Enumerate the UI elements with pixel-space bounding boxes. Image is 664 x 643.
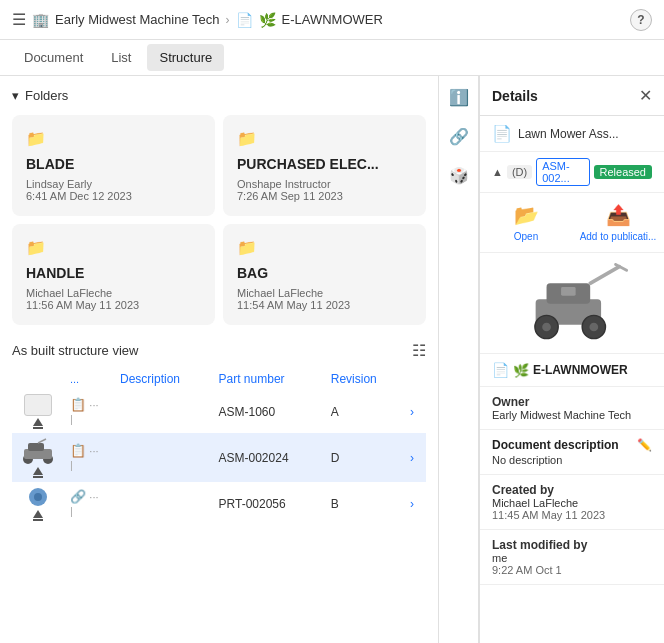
lawnmower-thumbnail	[18, 437, 58, 465]
main-content: ▾ Folders 📁 BLADE Lindsay Early 6:41 AM …	[0, 76, 664, 643]
details-title: Details	[492, 88, 538, 104]
created-date: 11:45 AM May 11 2023	[492, 509, 652, 521]
info-icon[interactable]: ℹ️	[449, 88, 469, 107]
part-thumbnail	[23, 486, 53, 508]
structure-row-0[interactable]: 📋 ··· | ASM-1060 A ›	[12, 390, 426, 433]
structure-list-icon[interactable]: ☷	[412, 341, 426, 360]
badge-d: (D)	[507, 165, 532, 179]
folder-name-handle: HANDLE	[26, 265, 201, 281]
modified-date: 9:22 AM Oct 1	[492, 564, 652, 576]
folders-chevron[interactable]: ▾	[12, 88, 19, 103]
row2-thumb	[12, 482, 64, 525]
structure-header: As built structure view ☷	[12, 341, 426, 360]
details-thumbnail	[480, 253, 664, 354]
structure-table-header-row: ... Description Part number Revision	[12, 368, 426, 390]
details-doc-title: Lawn Mower Ass...	[518, 127, 652, 141]
row0-thumb	[12, 390, 64, 433]
svg-rect-3	[28, 443, 44, 451]
folder-date-bag: 11:54 AM May 11 2023	[237, 299, 412, 311]
folder-card-handle[interactable]: 📁 HANDLE Michael LaFleche 11:56 AM May 1…	[12, 224, 215, 325]
folders-label: Folders	[25, 88, 68, 103]
open-action[interactable]: 📂 Open	[480, 193, 572, 252]
modified-label: Last modified by	[492, 538, 652, 552]
leaf-icon: 🌿	[259, 12, 276, 28]
details-panel: Details ✕ 📄 Lawn Mower Ass... ▲ (D) ASM-…	[479, 76, 664, 643]
row0-description	[114, 390, 213, 433]
row0-part-number: ASM-1060	[213, 390, 325, 433]
svg-point-12	[589, 323, 598, 332]
folder-date-handle: 11:56 AM May 11 2023	[26, 299, 201, 311]
add-to-publication-action[interactable]: 📤 Add to publicati...	[572, 193, 664, 252]
folder-name-bag: BAG	[237, 265, 412, 281]
row1-thumb	[12, 433, 64, 482]
badge-asm: ASM-002...	[536, 158, 589, 186]
tab-structure[interactable]: Structure	[147, 44, 224, 71]
col-header-icons: ...	[64, 368, 114, 390]
row0-revision: A	[325, 390, 404, 433]
folder-name-purchased-elec: PURCHASED ELEC...	[237, 156, 412, 172]
col-header-partnumber: Part number	[213, 368, 325, 390]
doc-icon: 📄	[236, 12, 253, 28]
row1-revision: D	[325, 433, 404, 482]
details-modified-section: Last modified by me 9:22 AM Oct 1	[480, 530, 664, 585]
lawnmower-image	[512, 263, 632, 343]
badge-type: ▲	[492, 166, 503, 178]
desc-section-title: Document description ✏️	[492, 438, 652, 452]
tri-icon-row0	[33, 418, 43, 429]
details-created-section: Created by Michael LaFleche 11:45 AM May…	[480, 475, 664, 530]
details-desc-section: Document description ✏️ No description	[480, 430, 664, 475]
created-label: Created by	[492, 483, 652, 497]
created-name: Michael LaFleche	[492, 497, 652, 509]
item-leaf-icon: 🌿	[513, 363, 529, 378]
folder-date-blade: 6:41 AM Dec 12 2023	[26, 190, 201, 202]
row2-part-number: PRT-002056	[213, 482, 325, 525]
row0-icons: 📋 ··· |	[64, 390, 114, 433]
owner-value: Early Midwest Machine Tech	[492, 409, 652, 421]
svg-rect-15	[561, 287, 576, 296]
open-icon: 📂	[514, 203, 539, 227]
close-button[interactable]: ✕	[639, 86, 652, 105]
col-header-thumb	[12, 368, 64, 390]
doc-name[interactable]: E-LAWNMOWER	[282, 12, 383, 27]
row0-chevron[interactable]: ›	[404, 390, 426, 433]
breadcrumb-sep-1: ›	[226, 13, 230, 27]
folder-card-blade[interactable]: 📁 BLADE Lindsay Early 6:41 AM Dec 12 202…	[12, 115, 215, 216]
modified-name: me	[492, 552, 652, 564]
sidebar-icons: ℹ️ 🔗 🎲	[439, 76, 479, 643]
row1-icons: 📋 ··· |	[64, 433, 114, 482]
structure-row-2[interactable]: 🔗 ··· | PRT-002056 B ›	[12, 482, 426, 525]
folder-icon-purchased-elec: 📁	[237, 129, 412, 148]
row2-chevron[interactable]: ›	[404, 482, 426, 525]
structure-table: ... Description Part number Revision	[12, 368, 426, 525]
owner-label: Owner	[492, 395, 652, 409]
help-button[interactable]: ?	[630, 9, 652, 31]
structure-row-1[interactable]: 📋 ··· | ASM-002024 D ›	[12, 433, 426, 482]
folder-card-purchased-elec[interactable]: 📁 PURCHASED ELEC... Onshape Instructor 7…	[223, 115, 426, 216]
tab-document[interactable]: Document	[12, 44, 95, 71]
workspace-name[interactable]: Early Midwest Machine Tech	[55, 12, 220, 27]
svg-point-6	[34, 493, 42, 501]
add-publication-label: Add to publicati...	[580, 231, 657, 242]
tab-list[interactable]: List	[99, 44, 143, 71]
col-header-revision: Revision	[325, 368, 404, 390]
col-header-action	[404, 368, 426, 390]
row1-chevron[interactable]: ›	[404, 433, 426, 482]
row2-icons: 🔗 ··· |	[64, 482, 114, 525]
folder-user-blade: Lindsay Early	[26, 178, 201, 190]
details-owner-section: Owner Early Midwest Machine Tech	[480, 387, 664, 430]
share-icon[interactable]: 🔗	[449, 127, 469, 146]
folder-card-bag[interactable]: 📁 BAG Michael LaFleche 11:54 AM May 11 2…	[223, 224, 426, 325]
3d-icon[interactable]: 🎲	[449, 166, 469, 185]
svg-line-13	[590, 267, 619, 284]
badge-released: Released	[594, 165, 652, 179]
sidebar-toggle-icon[interactable]: ☰	[12, 10, 26, 29]
structure-title: As built structure view	[12, 343, 138, 358]
details-doc-header: 📄 Lawn Mower Ass...	[480, 116, 664, 152]
tri-icon-row1	[33, 467, 43, 478]
open-label: Open	[514, 231, 538, 242]
folder-grid: 📁 BLADE Lindsay Early 6:41 AM Dec 12 202…	[12, 115, 426, 325]
details-badge-row: ▲ (D) ASM-002... Released	[480, 152, 664, 193]
folders-header: ▾ Folders	[12, 88, 426, 103]
details-actions: 📂 Open 📤 Add to publicati...	[480, 193, 664, 253]
edit-description-icon[interactable]: ✏️	[637, 438, 652, 452]
